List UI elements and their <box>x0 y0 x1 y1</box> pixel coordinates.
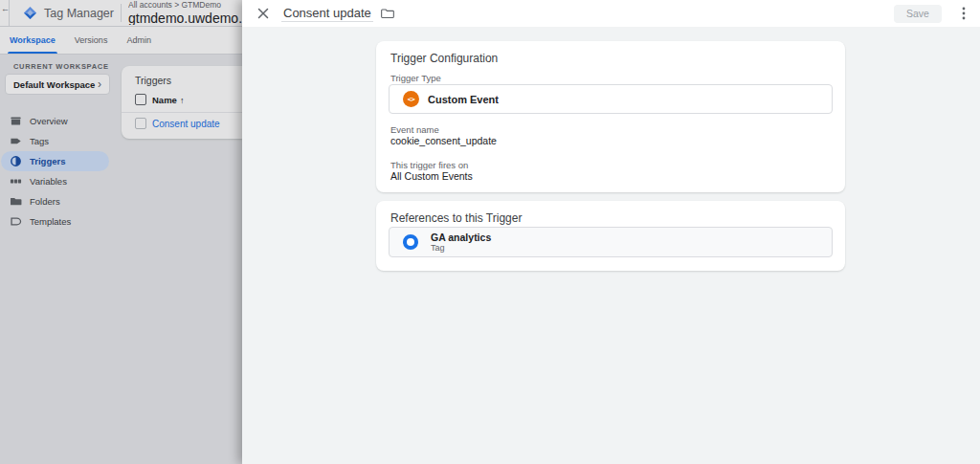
trigger-type-value: Custom Event <box>428 94 499 105</box>
close-icon[interactable] <box>256 7 270 20</box>
fires-on-label: This trigger fires on <box>390 160 468 170</box>
reference-type: Tag <box>431 243 491 253</box>
trigger-type-label: Trigger Type <box>390 73 441 83</box>
event-name-label: Event name <box>390 124 439 135</box>
panel-body: Trigger Configuration Trigger Type <> Cu… <box>242 27 980 464</box>
reference-text: GA analytics Tag <box>431 232 491 253</box>
trigger-configuration-card: Trigger Configuration Trigger Type <> Cu… <box>376 41 845 192</box>
event-name-value: cookie_consent_update <box>390 135 497 146</box>
card-title: Trigger Configuration <box>390 52 498 65</box>
card-title: References to this Trigger <box>390 211 522 225</box>
reference-row[interactable]: GA analytics Tag <box>389 227 833 257</box>
ga-tag-icon <box>403 234 418 250</box>
reference-name: GA analytics <box>431 232 491 243</box>
fires-on-value: All Custom Events <box>390 170 473 182</box>
workspace-background: ← Tag Manager All accounts > GTMDemo gtm… <box>0 0 242 464</box>
references-card: References to this Trigger GA analytics … <box>376 201 845 271</box>
gtm-app: ← Tag Manager All accounts > GTMDemo gtm… <box>0 0 980 464</box>
panel-header: Consent update Save <box>242 0 980 27</box>
custom-event-icon: <> <box>403 91 419 107</box>
trigger-type-box[interactable]: <> Custom Event <box>389 84 833 114</box>
save-button[interactable]: Save <box>894 5 942 23</box>
trigger-detail-panel: Consent update Save Trigger Configuratio… <box>242 0 980 464</box>
more-options-icon[interactable] <box>957 6 970 21</box>
modal-scrim <box>0 0 242 464</box>
trigger-title[interactable]: Consent update <box>281 6 373 22</box>
folder-icon[interactable] <box>381 8 394 19</box>
